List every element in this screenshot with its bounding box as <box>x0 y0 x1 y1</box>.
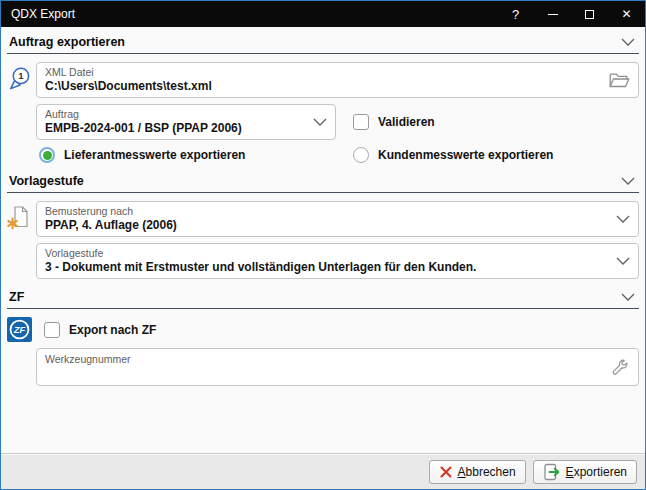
xml-file-label: XML Datei <box>45 66 602 79</box>
maximize-button[interactable] <box>571 1 608 27</box>
auftrag-label: Auftrag <box>45 108 313 121</box>
kunden-radio[interactable] <box>353 147 369 163</box>
minimize-icon <box>548 14 558 15</box>
dialog-footer: Abbrechen Exportieren <box>1 453 645 489</box>
werkzeugnummer-tool-button[interactable] <box>604 357 630 377</box>
close-button[interactable]: ✕ <box>608 1 645 27</box>
chevron-down-icon <box>621 177 635 185</box>
lieferant-radio-item[interactable]: Lieferantmesswerte exportieren <box>36 147 336 163</box>
lieferant-radio[interactable] <box>39 147 55 163</box>
chevron-down-icon <box>616 257 630 265</box>
auftrag-combobox[interactable]: Auftrag EMPB-2024-001 / BSP (PPAP 2006) <box>36 104 336 140</box>
section-header-vorlagestufe[interactable]: Vorlagestufe <box>7 172 639 193</box>
maximize-icon <box>585 10 594 19</box>
section-title-auftrag: Auftrag exportieren <box>9 35 621 49</box>
vorlagestufe-row: Vorlagestufe 3 - Dokument mit Erstmuster… <box>7 243 639 279</box>
step-1-balloon-icon: 1 <box>7 65 32 92</box>
werkzeugnummer-row: Werkzeugnummer <box>7 348 639 386</box>
bemusterung-combobox[interactable]: Bemusterung nach PPAP, 4. Auflage (2006) <box>36 201 639 237</box>
minimize-button[interactable] <box>534 1 571 27</box>
chevron-down-icon <box>313 118 327 126</box>
validieren-label: Validieren <box>378 115 435 129</box>
red-x-icon <box>439 465 453 479</box>
werkzeugnummer-label: Werkzeugnummer <box>45 353 604 366</box>
close-icon: ✕ <box>621 7 631 21</box>
svg-text:ZF: ZF <box>13 325 26 335</box>
chevron-down-icon <box>621 293 635 301</box>
bemusterung-label: Bemusterung nach <box>45 205 616 218</box>
werkzeugnummer-input[interactable] <box>45 369 604 383</box>
messwerte-radio-row: Lieferantmesswerte exportieren Kundenmes… <box>7 147 639 163</box>
export-button[interactable]: Exportieren <box>533 460 637 484</box>
export-nach-zf-checkbox-row[interactable]: Export nach ZF <box>36 322 156 338</box>
validieren-checkbox-row[interactable]: Validieren <box>353 104 435 140</box>
zf-logo-icon: ZF <box>7 317 32 342</box>
xml-file-row: 1 XML Datei C:\Users\Documents\test.xml <box>7 62 639 98</box>
section-header-auftrag[interactable]: Auftrag exportieren <box>7 33 639 54</box>
export-icon <box>543 463 561 481</box>
bemusterung-value: PPAP, 4. Auflage (2006) <box>45 218 616 233</box>
export-nach-zf-label: Export nach ZF <box>69 323 156 337</box>
open-folder-icon <box>608 71 630 89</box>
wrench-icon <box>610 357 630 377</box>
section-title-vorlagestufe: Vorlagestufe <box>9 174 621 188</box>
validieren-checkbox[interactable] <box>353 114 369 130</box>
lieferant-radio-label: Lieferantmesswerte exportieren <box>64 148 245 162</box>
chevron-down-icon <box>616 215 630 223</box>
dialog-body: Auftrag exportieren 1 XML Datei C:\Users… <box>1 27 645 453</box>
qdx-export-dialog: QDX Export ? ✕ Auftrag exportieren 1 XML… <box>0 0 646 490</box>
vorlagestufe-label: Vorlagestufe <box>45 247 616 260</box>
vorlagestufe-value: 3 - Dokument mit Erstmuster und vollstän… <box>45 260 616 275</box>
bemusterung-row: Bemusterung nach PPAP, 4. Auflage (2006) <box>7 201 639 237</box>
help-button[interactable]: ? <box>497 1 534 27</box>
xml-file-field[interactable]: XML Datei C:\Users\Documents\test.xml <box>36 62 639 98</box>
titlebar: QDX Export ? ✕ <box>1 1 645 27</box>
werkzeugnummer-field[interactable]: Werkzeugnummer <box>36 348 639 386</box>
vorlagestufe-combobox[interactable]: Vorlagestufe 3 - Dokument mit Erstmuster… <box>36 243 639 279</box>
kunden-radio-label: Kundenmesswerte exportieren <box>378 148 553 162</box>
zf-export-row: ZF Export nach ZF <box>7 317 639 342</box>
cancel-button[interactable]: Abbrechen <box>429 460 526 484</box>
browse-file-button[interactable] <box>602 71 630 89</box>
section-title-zf: ZF <box>9 290 621 304</box>
help-icon: ? <box>512 7 519 22</box>
export-button-label: Exportieren <box>566 465 627 479</box>
section-header-zf[interactable]: ZF <box>7 288 639 309</box>
xml-file-value: C:\Users\Documents\test.xml <box>45 79 602 94</box>
auftrag-row: Auftrag EMPB-2024-001 / BSP (PPAP 2006) … <box>7 104 639 140</box>
cancel-button-label: Abbrechen <box>458 465 516 479</box>
window-title: QDX Export <box>1 7 497 21</box>
chevron-down-icon <box>621 38 635 46</box>
document-asterisk-icon <box>7 204 31 231</box>
svg-text:1: 1 <box>18 70 24 81</box>
export-nach-zf-checkbox[interactable] <box>44 322 60 338</box>
auftrag-value: EMPB-2024-001 / BSP (PPAP 2006) <box>45 121 313 136</box>
kunden-radio-item[interactable]: Kundenmesswerte exportieren <box>353 147 553 163</box>
